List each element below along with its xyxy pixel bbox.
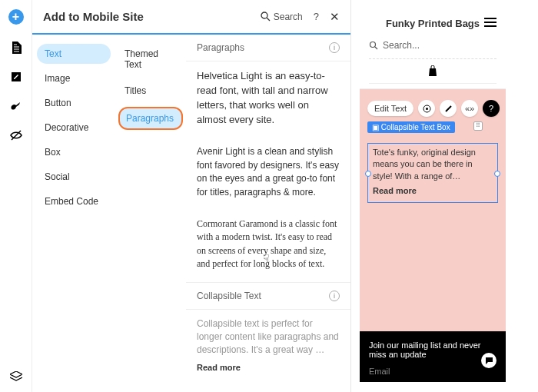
- read-more-link: Read more: [373, 185, 493, 197]
- category-button[interactable]: Button: [37, 93, 111, 113]
- svg-line-5: [375, 47, 377, 49]
- subcategory-list: Themed Text Titles Paragraphs: [115, 35, 186, 392]
- stage: Funky Printed Bags Search... Edit Text «…: [351, 0, 538, 392]
- sub-titles[interactable]: Titles: [118, 81, 183, 101]
- svg-point-7: [426, 108, 428, 110]
- drag-handle-icon[interactable]: ⠿: [473, 121, 483, 131]
- help-icon[interactable]: ?: [314, 11, 319, 22]
- sample-garamond[interactable]: Cormorant Garamond is a classic font wit…: [186, 210, 350, 282]
- hamburger-icon[interactable]: [484, 18, 496, 27]
- settings-icon[interactable]: [10, 100, 22, 112]
- sample-collapsible-1[interactable]: Collapsible text is perfect for longer c…: [186, 310, 350, 386]
- panel-header: Add to Mobile Site Search ? ✕: [32, 0, 350, 35]
- site-title: Funky Printed Bags: [369, 18, 496, 29]
- svg-point-4: [370, 42, 376, 48]
- category-decorative[interactable]: Decorative: [37, 118, 111, 138]
- category-embed[interactable]: Embed Code: [37, 191, 111, 211]
- search-icon: [369, 41, 378, 50]
- category-social[interactable]: Social: [37, 167, 111, 187]
- help-icon[interactable]: ?: [483, 100, 500, 117]
- stretch-icon[interactable]: «»: [461, 100, 478, 117]
- mobile-header: Funky Printed Bags Search...: [360, 10, 506, 89]
- sample-avenir[interactable]: Avenir Light is a clean and stylish font…: [186, 138, 350, 210]
- category-box[interactable]: Box: [37, 142, 111, 162]
- panel-title: Add to Mobile Site: [43, 10, 261, 23]
- sub-paragraphs[interactable]: Paragraphs: [118, 107, 183, 130]
- hide-icon[interactable]: [10, 129, 22, 141]
- add-icon[interactable]: +: [8, 9, 24, 25]
- svg-point-2: [261, 12, 267, 18]
- panel-search[interactable]: Search: [261, 12, 303, 22]
- info-icon[interactable]: i: [329, 42, 340, 53]
- read-more-link: Read more: [197, 362, 241, 374]
- mobile-footer: Join our mailing list and never miss an …: [360, 331, 506, 382]
- sub-themed-text[interactable]: Themed Text: [118, 44, 183, 75]
- category-image[interactable]: Image: [37, 68, 111, 88]
- email-field-label[interactable]: Email: [369, 367, 496, 376]
- close-icon[interactable]: ✕: [330, 10, 340, 24]
- preset-gallery: Paragraphs i Helvetica Light is an easy-…: [186, 35, 350, 392]
- left-tool-rail: +: [0, 0, 32, 392]
- mobile-preview: Funky Printed Bags Search... Edit Text «…: [359, 9, 506, 383]
- page-icon[interactable]: [10, 42, 22, 54]
- section-collapsible-header: Collapsible Text i: [186, 282, 350, 310]
- mobile-search[interactable]: Search...: [369, 40, 496, 59]
- svg-line-3: [267, 18, 270, 21]
- chat-icon[interactable]: [481, 353, 496, 368]
- design-icon[interactable]: [418, 100, 435, 117]
- animation-icon[interactable]: [440, 100, 457, 117]
- sample-helvetica[interactable]: Helvetica Light is an easy-to-read font,…: [186, 61, 350, 138]
- add-panel: Add to Mobile Site Search ? ✕ Text Image…: [32, 0, 351, 392]
- mobile-body: Edit Text «» ? ▣ Collapsible Text Box ⠿ …: [360, 89, 506, 331]
- edit-text-button[interactable]: Edit Text: [367, 101, 413, 116]
- edit-icon[interactable]: [10, 71, 22, 83]
- section-paragraphs-header: Paragraphs i: [186, 35, 350, 61]
- info-icon[interactable]: i: [329, 291, 340, 301]
- bag-icon[interactable]: [369, 59, 496, 84]
- category-list: Text Image Button Decorative Box Social …: [32, 35, 115, 392]
- layers-icon[interactable]: [10, 370, 22, 383]
- selected-collapsible-text[interactable]: Tote's funky, original design means you …: [367, 143, 498, 203]
- search-icon: [261, 12, 271, 22]
- sample-collapsible-2[interactable]: Collapsible text is perfect for longer c…: [186, 385, 350, 392]
- category-text[interactable]: Text: [37, 44, 111, 64]
- element-type-tag: ▣ Collapsible Text Box: [367, 121, 455, 133]
- element-toolbar: Edit Text «» ?: [367, 100, 500, 117]
